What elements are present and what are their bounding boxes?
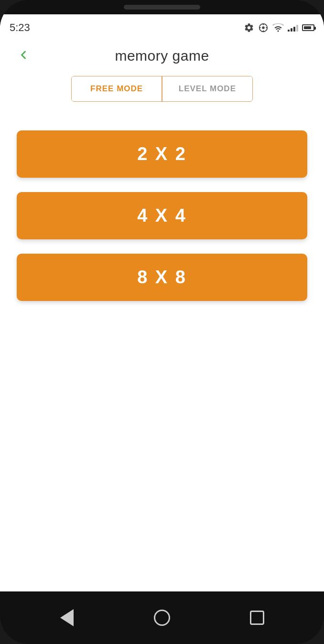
header: memory game (14, 38, 310, 76)
battery-icon (302, 24, 314, 31)
location-icon (258, 22, 269, 33)
nav-back-button[interactable] (54, 605, 80, 631)
svg-point-1 (262, 26, 265, 29)
grid-4x4-button[interactable]: 4 X 4 (17, 192, 307, 239)
mode-tabs: FREE MODE LEVEL MODE (14, 76, 310, 102)
nav-recent-icon (250, 611, 264, 625)
phone-frame: 5:23 (0, 0, 324, 644)
app-content: memory game FREE MODE LEVEL MODE 2 X 2 4… (0, 38, 324, 591)
wifi-icon (272, 23, 284, 32)
status-time: 5:23 (10, 21, 30, 34)
nav-back-icon (60, 609, 74, 626)
phone-top-bar (0, 0, 324, 14)
free-mode-tab[interactable]: FREE MODE (72, 76, 162, 101)
status-icons (244, 22, 314, 33)
phone-bottom-bar (0, 591, 324, 644)
nav-home-icon (154, 610, 170, 626)
phone-screen: 5:23 (0, 14, 324, 591)
back-button[interactable] (14, 46, 32, 66)
speaker-grille (124, 5, 200, 10)
tab-container: FREE MODE LEVEL MODE (71, 76, 253, 102)
gear-icon (244, 22, 254, 33)
grid-buttons: 2 X 2 4 X 4 8 X 8 (14, 130, 310, 301)
grid-8x8-button[interactable]: 8 X 8 (17, 254, 307, 301)
level-mode-tab[interactable]: LEVEL MODE (162, 76, 252, 101)
signal-bars (288, 24, 298, 32)
grid-2x2-button[interactable]: 2 X 2 (17, 130, 307, 178)
page-title: memory game (115, 48, 209, 64)
nav-recent-button[interactable] (244, 605, 270, 631)
status-bar: 5:23 (0, 14, 324, 38)
nav-home-button[interactable] (149, 605, 175, 631)
